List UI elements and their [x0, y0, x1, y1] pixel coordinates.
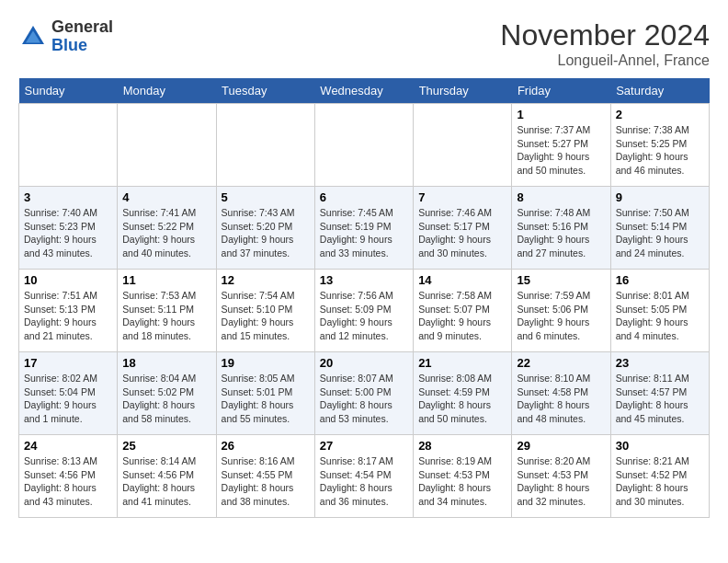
weekday-header: Tuesday — [216, 78, 314, 104]
day-number: 23 — [616, 356, 704, 370]
calendar-day-cell: 17Sunrise: 8:02 AM Sunset: 5:04 PM Dayli… — [19, 352, 118, 435]
day-number: 13 — [320, 273, 408, 287]
day-number: 29 — [517, 439, 605, 453]
calendar-day-cell: 13Sunrise: 7:56 AM Sunset: 5:09 PM Dayli… — [314, 270, 413, 352]
calendar-week-row: 1Sunrise: 7:37 AM Sunset: 5:27 PM Daylig… — [19, 104, 710, 187]
calendar-day-cell: 3Sunrise: 7:40 AM Sunset: 5:23 PM Daylig… — [19, 187, 118, 270]
calendar-day-cell — [414, 104, 512, 187]
day-number: 25 — [122, 439, 210, 453]
calendar-day-cell: 12Sunrise: 7:54 AM Sunset: 5:10 PM Dayli… — [216, 270, 314, 352]
day-number: 19 — [222, 356, 310, 370]
calendar-day-cell: 21Sunrise: 8:08 AM Sunset: 4:59 PM Dayli… — [414, 352, 512, 435]
day-number: 18 — [122, 356, 210, 370]
day-number: 28 — [418, 439, 506, 453]
day-number: 9 — [616, 190, 704, 204]
day-number: 11 — [122, 273, 210, 287]
calendar-day-cell — [19, 104, 118, 187]
weekday-header: Sunday — [19, 78, 118, 104]
day-number: 15 — [517, 273, 605, 287]
calendar-day-cell: 26Sunrise: 8:16 AM Sunset: 4:55 PM Dayli… — [216, 435, 314, 518]
day-number: 21 — [418, 356, 506, 370]
day-number: 27 — [320, 439, 408, 453]
calendar-day-cell — [216, 104, 314, 187]
day-number: 30 — [616, 439, 704, 453]
calendar-day-cell: 16Sunrise: 8:01 AM Sunset: 5:05 PM Dayli… — [610, 270, 709, 352]
title-block: November 2024 Longueil-Annel, France — [500, 18, 710, 69]
day-info: Sunrise: 7:50 AM Sunset: 5:14 PM Dayligh… — [616, 206, 704, 260]
day-info: Sunrise: 8:04 AM Sunset: 5:02 PM Dayligh… — [122, 372, 210, 426]
day-info: Sunrise: 8:07 AM Sunset: 5:00 PM Dayligh… — [320, 372, 408, 426]
day-info: Sunrise: 8:14 AM Sunset: 4:56 PM Dayligh… — [122, 454, 210, 509]
calendar-day-cell — [118, 104, 216, 187]
calendar-week-row: 10Sunrise: 7:51 AM Sunset: 5:13 PM Dayli… — [19, 270, 710, 352]
day-number: 24 — [24, 439, 112, 453]
day-info: Sunrise: 7:53 AM Sunset: 5:11 PM Dayligh… — [122, 289, 210, 343]
calendar-day-cell: 6Sunrise: 7:45 AM Sunset: 5:19 PM Daylig… — [314, 187, 413, 270]
weekday-header: Saturday — [610, 78, 709, 104]
day-number: 12 — [222, 273, 310, 287]
logo-blue: Blue — [51, 37, 113, 55]
calendar-day-cell: 10Sunrise: 7:51 AM Sunset: 5:13 PM Dayli… — [19, 270, 118, 352]
day-info: Sunrise: 8:17 AM Sunset: 4:54 PM Dayligh… — [320, 454, 408, 509]
day-info: Sunrise: 7:51 AM Sunset: 5:13 PM Dayligh… — [24, 289, 112, 343]
calendar-week-row: 3Sunrise: 7:40 AM Sunset: 5:23 PM Daylig… — [19, 187, 710, 270]
calendar-day-cell: 4Sunrise: 7:41 AM Sunset: 5:22 PM Daylig… — [118, 187, 216, 270]
day-info: Sunrise: 7:43 AM Sunset: 5:20 PM Dayligh… — [222, 206, 310, 260]
calendar-day-cell: 19Sunrise: 8:05 AM Sunset: 5:01 PM Dayli… — [216, 352, 314, 435]
day-number: 16 — [616, 273, 704, 287]
day-info: Sunrise: 7:45 AM Sunset: 5:19 PM Dayligh… — [320, 206, 408, 260]
day-number: 26 — [222, 439, 310, 453]
weekday-header: Friday — [512, 78, 610, 104]
day-info: Sunrise: 8:16 AM Sunset: 4:55 PM Dayligh… — [222, 454, 310, 509]
day-info: Sunrise: 7:46 AM Sunset: 5:17 PM Dayligh… — [418, 206, 506, 260]
calendar-header-row: SundayMondayTuesdayWednesdayThursdayFrid… — [19, 78, 710, 104]
day-number: 14 — [418, 273, 506, 287]
calendar-day-cell: 9Sunrise: 7:50 AM Sunset: 5:14 PM Daylig… — [610, 187, 709, 270]
calendar-day-cell: 20Sunrise: 8:07 AM Sunset: 5:00 PM Dayli… — [314, 352, 413, 435]
day-info: Sunrise: 7:48 AM Sunset: 5:16 PM Dayligh… — [517, 206, 605, 260]
calendar-day-cell: 23Sunrise: 8:11 AM Sunset: 4:57 PM Dayli… — [610, 352, 709, 435]
calendar-day-cell: 5Sunrise: 7:43 AM Sunset: 5:20 PM Daylig… — [216, 187, 314, 270]
day-info: Sunrise: 8:11 AM Sunset: 4:57 PM Dayligh… — [616, 372, 704, 426]
day-info: Sunrise: 7:41 AM Sunset: 5:22 PM Dayligh… — [122, 206, 210, 260]
day-number: 4 — [122, 190, 210, 204]
day-info: Sunrise: 7:58 AM Sunset: 5:07 PM Dayligh… — [418, 289, 506, 343]
calendar-day-cell: 18Sunrise: 8:04 AM Sunset: 5:02 PM Dayli… — [118, 352, 216, 435]
calendar-day-cell: 29Sunrise: 8:20 AM Sunset: 4:53 PM Dayli… — [512, 435, 610, 518]
day-number: 8 — [517, 190, 605, 204]
logo-text: General Blue — [51, 18, 113, 55]
page-header: General Blue November 2024 Longueil-Anne… — [18, 18, 710, 69]
calendar-day-cell: 25Sunrise: 8:14 AM Sunset: 4:56 PM Dayli… — [118, 435, 216, 518]
calendar-day-cell: 22Sunrise: 8:10 AM Sunset: 4:58 PM Dayli… — [512, 352, 610, 435]
logo: General Blue — [18, 18, 113, 55]
day-info: Sunrise: 7:37 AM Sunset: 5:27 PM Dayligh… — [517, 123, 605, 178]
day-number: 3 — [24, 190, 112, 204]
day-number: 17 — [24, 356, 112, 370]
weekday-header: Wednesday — [314, 78, 413, 104]
day-info: Sunrise: 7:38 AM Sunset: 5:25 PM Dayligh… — [616, 123, 704, 178]
day-number: 22 — [517, 356, 605, 370]
calendar-day-cell: 1Sunrise: 7:37 AM Sunset: 5:27 PM Daylig… — [512, 104, 610, 187]
calendar-day-cell: 11Sunrise: 7:53 AM Sunset: 5:11 PM Dayli… — [118, 270, 216, 352]
day-info: Sunrise: 8:13 AM Sunset: 4:56 PM Dayligh… — [24, 454, 112, 509]
calendar-day-cell: 15Sunrise: 7:59 AM Sunset: 5:06 PM Dayli… — [512, 270, 610, 352]
calendar-day-cell: 28Sunrise: 8:19 AM Sunset: 4:53 PM Dayli… — [414, 435, 512, 518]
day-info: Sunrise: 8:01 AM Sunset: 5:05 PM Dayligh… — [616, 289, 704, 343]
calendar-day-cell: 14Sunrise: 7:58 AM Sunset: 5:07 PM Dayli… — [414, 270, 512, 352]
calendar-day-cell — [314, 104, 413, 187]
calendar-week-row: 17Sunrise: 8:02 AM Sunset: 5:04 PM Dayli… — [19, 352, 710, 435]
day-info: Sunrise: 7:54 AM Sunset: 5:10 PM Dayligh… — [222, 289, 310, 343]
calendar-day-cell: 27Sunrise: 8:17 AM Sunset: 4:54 PM Dayli… — [314, 435, 413, 518]
day-number: 7 — [418, 190, 506, 204]
calendar-day-cell: 24Sunrise: 8:13 AM Sunset: 4:56 PM Dayli… — [19, 435, 118, 518]
calendar-day-cell: 7Sunrise: 7:46 AM Sunset: 5:17 PM Daylig… — [414, 187, 512, 270]
day-info: Sunrise: 7:56 AM Sunset: 5:09 PM Dayligh… — [320, 289, 408, 343]
day-number: 1 — [517, 108, 605, 121]
day-info: Sunrise: 8:20 AM Sunset: 4:53 PM Dayligh… — [517, 454, 605, 509]
logo-icon — [18, 22, 48, 52]
calendar-table: SundayMondayTuesdayWednesdayThursdayFrid… — [18, 78, 710, 518]
day-number: 2 — [616, 108, 704, 121]
day-info: Sunrise: 8:08 AM Sunset: 4:59 PM Dayligh… — [418, 372, 506, 426]
day-info: Sunrise: 8:19 AM Sunset: 4:53 PM Dayligh… — [418, 454, 506, 509]
day-info: Sunrise: 7:59 AM Sunset: 5:06 PM Dayligh… — [517, 289, 605, 343]
